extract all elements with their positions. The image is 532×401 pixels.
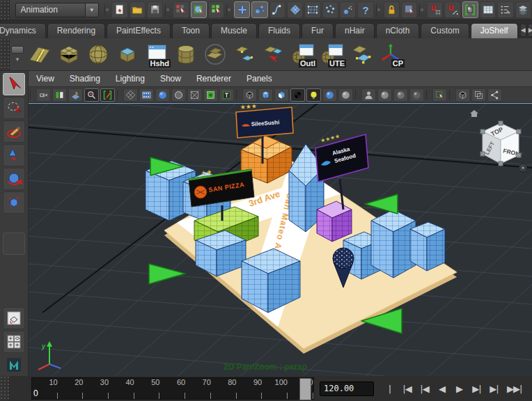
share-view-icon[interactable] xyxy=(487,88,502,102)
view-cube[interactable]: TOP LEFT FRONT xyxy=(470,110,527,172)
layout-four-pane-button[interactable] xyxy=(3,331,25,353)
step-back-frame-button[interactable]: |◀ xyxy=(416,380,433,397)
shaded-mode-icon[interactable] xyxy=(155,88,170,102)
image-plane-icon[interactable] xyxy=(68,88,83,102)
tab-nhair[interactable]: nHair xyxy=(335,23,375,38)
shelf-menu-button[interactable] xyxy=(11,46,24,54)
material-ball-c-icon[interactable] xyxy=(409,88,424,102)
shelf-item-poly-sphere[interactable] xyxy=(84,40,112,68)
shelf-item-outliner[interactable]: Outl xyxy=(289,40,317,68)
cube-shaded-icon[interactable] xyxy=(258,88,273,102)
shelf-item-poly-cube-top[interactable] xyxy=(114,40,141,68)
home-icon[interactable] xyxy=(470,110,478,117)
highlight-selection-icon[interactable] xyxy=(401,1,417,18)
current-frame-marker[interactable] xyxy=(299,378,311,400)
joint-tool-icon[interactable] xyxy=(251,1,267,18)
tool-settings-icon[interactable] xyxy=(497,1,513,18)
bookmark-icon[interactable] xyxy=(52,88,67,102)
building-purple[interactable] xyxy=(317,201,352,242)
play-forward-button[interactable]: ▶ xyxy=(451,380,468,397)
shelf-item-quad-draw[interactable] xyxy=(347,40,375,68)
input-curve-icon[interactable] xyxy=(269,1,285,18)
wireframe-mode-icon[interactable] xyxy=(123,88,138,102)
go-to-start-button[interactable]: |◀◀ xyxy=(381,380,398,397)
select-object-icon[interactable] xyxy=(191,1,207,18)
timeline-grip[interactable] xyxy=(0,376,10,401)
shelf-item-uv-editor[interactable]: UTE xyxy=(318,40,346,68)
select-camera-icon[interactable] xyxy=(36,88,51,102)
move-tool[interactable] xyxy=(3,144,25,166)
lattice-icon[interactable] xyxy=(304,1,320,18)
menu-panels[interactable]: Panels xyxy=(239,74,280,84)
shelf-collapse-icon[interactable]: ▼ xyxy=(15,56,20,63)
tab-fluids[interactable]: Fluids xyxy=(258,23,300,38)
snap-to-curve-icon[interactable] xyxy=(444,1,460,18)
viewport-canvas[interactable]: 3rd Ave San Mateo Ave. xyxy=(29,104,532,376)
menu-show[interactable]: Show xyxy=(152,74,189,84)
menu-lighting[interactable]: Lighting xyxy=(108,74,152,84)
building-blue-right-b[interactable] xyxy=(371,210,416,278)
use-all-lights-icon[interactable] xyxy=(306,88,321,102)
snap-to-grid-icon[interactable] xyxy=(427,1,443,18)
shelf-item-poly-plane[interactable] xyxy=(26,40,54,68)
toolbar-grip[interactable] xyxy=(0,0,10,19)
building-blue-right-c[interactable] xyxy=(410,222,445,271)
snap-point-tool-icon[interactable] xyxy=(234,1,250,18)
shelf-item-separate[interactable] xyxy=(230,40,258,68)
human-ik-icon[interactable] xyxy=(361,88,376,102)
material-ball-a-icon[interactable] xyxy=(377,88,392,102)
lasso-tool[interactable] xyxy=(3,97,25,119)
region-select-icon[interactable] xyxy=(432,88,447,102)
shelf-item-poly-cube[interactable] xyxy=(55,40,83,68)
material-ball-b-icon[interactable] xyxy=(393,88,408,102)
film-gate-icon[interactable] xyxy=(139,88,154,102)
step-back-key-button[interactable]: |◀ xyxy=(398,380,416,397)
menu-renderer[interactable]: Renderer xyxy=(189,74,239,84)
select-component-icon[interactable] xyxy=(208,1,224,18)
isolate-select-icon[interactable] xyxy=(100,88,115,102)
tab-custom[interactable]: Custom xyxy=(421,23,469,38)
tab-painteffects[interactable]: PaintEffects xyxy=(107,23,171,38)
shelf-item-hypershade[interactable]: Hshd xyxy=(143,40,171,68)
select-tool[interactable] xyxy=(3,73,25,95)
tab-joshelf[interactable]: JoShelf xyxy=(471,23,518,38)
tab-fur[interactable]: Fur xyxy=(302,23,334,38)
layer-editor-icon[interactable] xyxy=(515,1,531,18)
go-to-end-button[interactable]: ▶▶| xyxy=(503,380,520,397)
scale-tool[interactable] xyxy=(3,191,25,214)
shelf-item-cp-axis[interactable]: CP xyxy=(377,40,405,68)
tab-muscle[interactable]: Muscle xyxy=(211,23,257,38)
cube-wire-icon[interactable] xyxy=(242,88,257,102)
paint-select-tool[interactable] xyxy=(3,120,25,143)
tab-rendering[interactable]: Rendering xyxy=(47,23,105,38)
time-slider[interactable]: 0 10 20 30 40 50 60 70 80 90 100 110 xyxy=(31,377,314,400)
step-forward-frame-button[interactable]: ▶| xyxy=(468,380,485,397)
menu-view[interactable]: View xyxy=(29,74,62,84)
tab-scroll-left-icon[interactable]: ◀ xyxy=(520,24,526,37)
render-view-icon[interactable] xyxy=(462,1,478,18)
cube-textured-icon[interactable] xyxy=(274,88,289,102)
help-button[interactable]: ? xyxy=(357,1,373,18)
emitter-icon[interactable] xyxy=(340,1,356,18)
isolate-view-cube-icon[interactable] xyxy=(455,88,470,102)
tab-toon[interactable]: Toon xyxy=(172,23,210,38)
menu-set-selector[interactable]: Animation xyxy=(15,3,86,17)
layout-single-pane-button[interactable] xyxy=(3,307,25,329)
tab-dynamics[interactable]: Dynamics xyxy=(0,23,46,38)
shaded-ball-icon[interactable] xyxy=(322,88,337,102)
menu-shading[interactable]: Shading xyxy=(62,74,108,84)
pan-zoom-icon[interactable] xyxy=(84,88,99,102)
surface-snap-icon[interactable] xyxy=(287,1,303,18)
lock-selection-icon[interactable] xyxy=(384,1,400,18)
default-material-icon[interactable] xyxy=(338,88,353,102)
particles-icon[interactable] xyxy=(322,1,338,18)
flat-shaded-icon[interactable] xyxy=(171,88,186,102)
select-hierarchy-icon[interactable] xyxy=(173,1,189,18)
xray-mode-icon[interactable] xyxy=(187,88,202,102)
spreadsheet-icon[interactable] xyxy=(480,1,496,18)
shelf-item-poly-cylinder[interactable] xyxy=(172,40,200,68)
shelf-item-extract[interactable] xyxy=(260,40,288,68)
shelf-grip[interactable] xyxy=(0,38,10,70)
textured-mode-icon[interactable] xyxy=(203,88,218,102)
step-forward-key-button[interactable]: ▶| xyxy=(485,380,503,397)
